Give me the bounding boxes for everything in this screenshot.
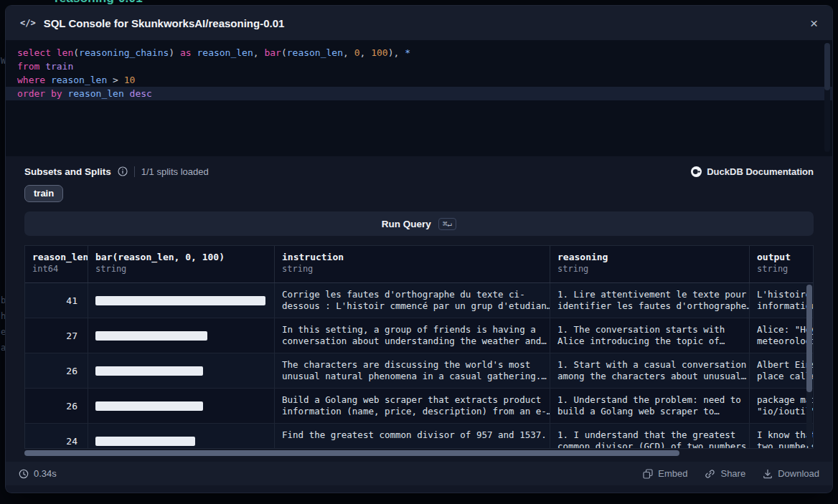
run-query-button[interactable]: Run Query ⌘↵ [24,211,814,236]
cell-reasoning: 1. The conversation starts with Alice in… [550,318,750,353]
subsets-label: Subsets and Splits [24,166,111,177]
cell-bar [88,389,275,423]
column-type: string [757,264,814,274]
clock-icon [19,469,29,479]
duckdb-documentation-label: DuckDB Documentation [707,166,814,177]
column-header-reasoning[interactable]: reasoningstring [550,246,750,282]
table-row[interactable]: 24Find the greatest common divisor of 95… [25,424,813,449]
column-header-instruction[interactable]: instructionstring [275,246,550,282]
column-name: output [757,252,814,262]
editor-scrollbar-thumb[interactable] [824,43,830,90]
editor-scrollbar[interactable] [824,43,830,152]
cell-output: Albert Einste place called [750,353,814,388]
results-table: reason_lenint64bar(reason_len, 0, 100)st… [24,245,814,449]
table-horizontal-scrollbar-thumb[interactable] [24,450,679,456]
histogram-bar [95,437,195,446]
background-text-fragment: reasoning-0.01 [55,0,143,6]
share-label: Share [720,468,745,479]
cell-bar [88,318,275,353]
histogram-bar [95,296,265,305]
column-name: reason_len [32,252,80,262]
code-tag-icon: </> [20,18,36,28]
cell-instruction: Find the greatest common divisor of 957 … [275,424,550,449]
table-row[interactable]: 26The characters are discussing the worl… [25,353,813,389]
cell-bar [88,283,275,318]
download-icon [763,469,773,479]
table-body: 41Corrige les fautes d'orthographe du te… [25,283,813,449]
cell-reason-len: 26 [25,353,88,388]
query-time: 0.34s [19,468,57,479]
modal-header: </> SQL Console for SkunkworksAI/reasoni… [6,6,832,40]
column-header-output[interactable]: outputstring [750,246,814,282]
table-row[interactable]: 41Corrige les fautes d'orthographe du te… [25,283,813,318]
cell-output: L'histoire co informatique [750,283,814,318]
cell-output: Alice: "Hey g meteorologist [750,318,814,353]
cell-bar [88,353,275,388]
cell-instruction: Build a Golang web scraper that extracts… [275,389,550,423]
cell-reasoning: 1. Lire attentivement le texte pour iden… [550,283,750,318]
cell-output: I know that t two numbers i [750,424,814,449]
footer-actions: Embed Share Download [643,468,819,479]
table-horizontal-scrollbar[interactable] [24,450,814,456]
column-header-reason_len[interactable]: reason_lenint64 [25,246,88,282]
table-header-row: reason_lenint64bar(reason_len, 0, 100)st… [25,246,813,283]
code-lines: select len(reasoning_chains) as reason_l… [6,46,832,100]
splits-loaded-status: 1/1 splits loaded [141,166,209,177]
download-button[interactable]: Download [763,468,819,479]
cell-instruction: Corrige les fautes d'orthographe du text… [275,283,550,318]
cell-reason-len: 41 [25,283,88,318]
embed-button[interactable]: Embed [643,468,687,479]
console-body: Subsets and Splits 1/1 splits loaded Duc… [6,156,832,457]
code-line: where reason_len > 10 [6,73,832,87]
column-name: bar(reason_len, 0, 100) [95,252,267,262]
cell-output: package main "io/ioutil" " [750,389,814,423]
subsets-row: Subsets and Splits 1/1 splits loaded Duc… [24,163,814,179]
code-line: select len(reasoning_chains) as reason_l… [6,46,832,60]
info-icon[interactable] [118,166,128,176]
table-row[interactable]: 26Build a Golang web scraper that extrac… [25,389,813,424]
column-name: reasoning [557,252,742,262]
column-type: int64 [32,264,80,274]
duckdb-documentation-link[interactable]: DuckDB Documentation [691,166,814,177]
column-type: string [95,264,267,274]
column-type: string [282,264,542,274]
cell-instruction: In this setting, a group of friends is h… [275,318,550,353]
share-link-icon [705,469,715,479]
keyboard-shortcut-badge: ⌘↵ [438,218,456,230]
split-chip-train[interactable]: train [24,185,63,202]
modal-footer: 0.34s Embed Share Download [6,462,832,485]
embed-label: Embed [658,468,687,479]
histogram-bar [95,401,203,411]
cell-reason-len: 26 [25,389,88,423]
cell-instruction: The characters are discussing the world'… [275,353,550,388]
close-button[interactable]: × [810,16,818,30]
split-chips: train [24,185,814,202]
code-line: order by reason_len desc [6,87,832,100]
column-header-bar-reason_len-0-100[interactable]: bar(reason_len, 0, 100)string [88,246,275,282]
sql-console-modal: </> SQL Console for SkunkworksAI/reasoni… [6,6,832,493]
cell-reason-len: 24 [25,424,88,449]
embed-icon [643,469,653,479]
code-line: from train [6,60,832,73]
sql-editor[interactable]: select len(reasoning_chains) as reason_l… [6,40,832,156]
column-type: string [557,264,742,274]
cell-bar [88,424,275,449]
histogram-bar [95,366,203,376]
cell-reasoning: 1. Understand the problem: need to build… [550,389,750,423]
download-label: Download [778,468,819,479]
modal-title: SQL Console for SkunkworksAI/reasoning-0… [44,17,285,29]
table-row[interactable]: 27In this setting, a group of friends is… [25,318,813,353]
cell-reasoning: 1. Start with a casual conversation amon… [550,353,750,388]
table-vertical-scrollbar[interactable] [806,285,812,447]
duckdb-icon [691,166,702,177]
cell-reason-len: 27 [25,318,88,353]
histogram-bar [95,331,207,341]
column-name: instruction [282,252,542,262]
share-button[interactable]: Share [705,468,745,479]
run-query-label: Run Query [382,219,431,229]
table-vertical-scrollbar-thumb[interactable] [806,285,812,392]
cell-reasoning: 1. I understand that the greatest common… [550,424,750,449]
query-time-value: 0.34s [34,468,57,479]
divider [134,166,135,177]
